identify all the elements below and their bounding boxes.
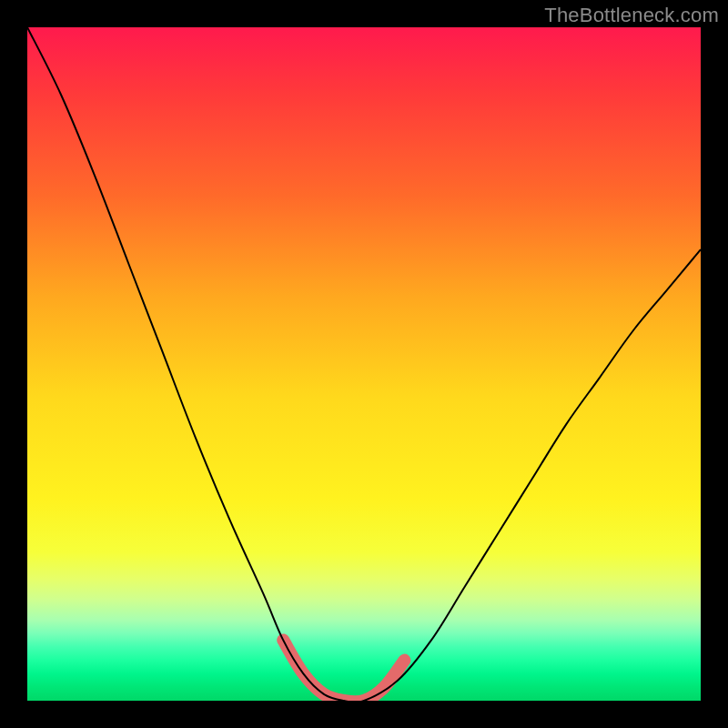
chart-stage: TheBottleneck.com	[0, 0, 728, 728]
chart-svg	[27, 27, 701, 701]
bottleneck-curve	[27, 27, 701, 701]
curve-layer	[27, 27, 701, 701]
watermark-label: TheBottleneck.com	[544, 4, 719, 27]
plot-area	[27, 27, 701, 701]
